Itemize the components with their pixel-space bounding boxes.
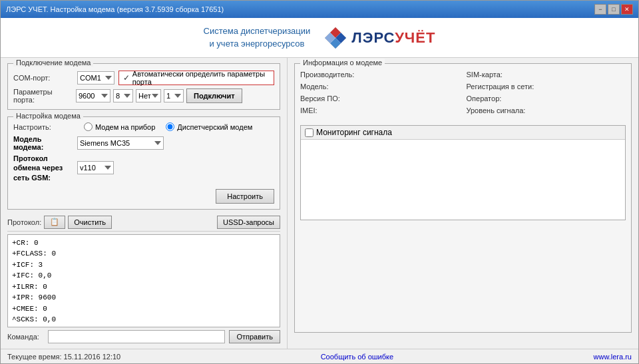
copy-icon: 📋 <box>50 218 59 226</box>
logo: ЛЭРСУЧЁТ <box>323 26 435 50</box>
stop-bits-select[interactable]: 1 2 <box>164 89 184 102</box>
model-label: Модель модема: <box>13 135 73 151</box>
info-grid: Производитель: Модель: Версия ПО: I <box>300 71 626 114</box>
signal-row: Уровень сигнала: <box>467 106 626 114</box>
protocol-label-text: Протокол: <box>7 218 41 226</box>
auto-detect-label: Автоматически определить параметры порта <box>132 70 270 86</box>
app-header: Система диспетчеризации и учета энергоре… <box>1 18 638 58</box>
protocol-select[interactable]: v110 v120 <box>77 161 114 174</box>
parity-select[interactable]: Нет Чёт Нечёт <box>136 89 161 102</box>
fw-label: Версия ПО: <box>300 94 340 102</box>
model-row: Модель модема: Siemens MC35 Huawei E173 <box>13 135 274 151</box>
clear-button[interactable]: Очистить <box>68 216 112 229</box>
monitoring-header: Мониторинг сигнала <box>301 126 625 140</box>
log-line: ^SCKS: 0,0 <box>12 314 276 325</box>
protocol-row: Протокол обмена через сеть GSM: v110 v12… <box>13 154 274 182</box>
radio-device-item: Модем на прибор <box>84 122 155 131</box>
close-button[interactable]: ✕ <box>621 4 633 15</box>
protocol-label: Протокол обмена через сеть GSM: <box>13 154 73 182</box>
radio-device-label: Модем на прибор <box>95 123 155 131</box>
radio-dispatcher[interactable] <box>166 122 174 131</box>
network-row: Регистрация в сети: <box>467 83 626 91</box>
operator-row: Оператор: <box>467 94 626 102</box>
network-label: Регистрация в сети: <box>467 83 534 91</box>
com-port-row: COM-порт: COM1 COM2 COM3 ✓ Автоматически… <box>13 71 274 85</box>
log-line: +ILRR: 0 <box>12 281 276 293</box>
radio-device[interactable] <box>84 122 93 131</box>
command-label: Команда: <box>7 333 44 341</box>
fw-row: Версия ПО: <box>300 94 460 102</box>
log-area: +CR: 0 +FCLASS: 0 +ICF: 3 +IFC: 0,0 +ILR… <box>7 234 280 327</box>
info-col-left: Производитель: Модель: Версия ПО: I <box>300 71 460 114</box>
log-line: +IFC: 0,0 <box>12 270 276 281</box>
datetime-label: Текущее время: <box>7 353 62 361</box>
params-row: Параметры порта: 9600 19200 38400 8 7 Не… <box>13 88 274 104</box>
monitoring-checkbox[interactable] <box>305 128 314 137</box>
baud-rate-select[interactable]: 9600 19200 38400 <box>76 89 110 102</box>
monitoring-label: Мониторинг сигнала <box>316 128 392 137</box>
modem-info-title: Информация о модеме <box>300 59 385 67</box>
manufacturer-row: Производитель: <box>300 71 460 79</box>
log-line: +FCLASS: 0 <box>12 248 276 260</box>
log-line: ^SSET: 0 <box>12 325 276 327</box>
configure-button[interactable]: Настроить <box>216 189 274 204</box>
title-bar: ЛЭРС УЧЕТ. Настройка модема (версия 3.7.… <box>1 1 638 18</box>
connection-group: Подключение модема COM-порт: COM1 COM2 C… <box>7 63 280 110</box>
imei-row: IMEI: <box>300 106 460 114</box>
command-row: Команда: Отправить <box>7 330 280 343</box>
ussd-button[interactable]: USSD-запросы <box>217 216 280 229</box>
protocol-toolbar: Протокол: 📋 Очистить USSD-запросы <box>7 214 280 232</box>
main-window: ЛЭРС УЧЕТ. Настройка модема (версия 3.7.… <box>0 0 639 364</box>
com-port-select[interactable]: COM1 COM2 COM3 <box>77 71 114 85</box>
log-line: +CMEE: 0 <box>12 303 276 315</box>
signal-label: Уровень сигнала: <box>467 106 526 114</box>
model-info-row: Модель: <box>300 83 460 91</box>
datetime-value: 15.11.2016 12:10 <box>64 353 121 361</box>
log-line: +CR: 0 <box>12 238 276 249</box>
right-panel: Информация о модеме Производитель: Модел… <box>287 58 638 349</box>
log-line: +IPR: 9600 <box>12 292 276 303</box>
imei-label: IMEI: <box>300 106 318 114</box>
logo-diamond-icon <box>323 26 347 50</box>
command-input[interactable] <box>48 330 225 343</box>
connection-group-title: Подключение модема <box>13 59 93 67</box>
auto-detect-box: ✓ Автоматически определить параметры пор… <box>118 71 274 85</box>
main-content: Подключение модема COM-порт: COM1 COM2 C… <box>1 58 638 349</box>
configure-label: Настроить: <box>13 123 73 131</box>
protocol-section: Протокол: 📋 Очистить USSD-запросы +CR: 0… <box>7 214 280 343</box>
model-info-label: Модель: <box>300 83 329 91</box>
header-subtitle: Система диспетчеризации и учета энергоре… <box>204 25 311 49</box>
info-col-right: SIM-карта: Регистрация в сети: Оператор: <box>467 71 626 114</box>
footer-datetime: Текущее время: 15.11.2016 12:10 <box>7 353 120 361</box>
manufacturer-label: Производитель: <box>300 71 354 79</box>
sim-row: SIM-карта: <box>467 71 626 79</box>
radio-dispatcher-item: Диспетчерский модем <box>166 122 252 131</box>
modem-info-group: Информация о модеме Производитель: Модел… <box>294 63 632 333</box>
operator-label: Оператор: <box>467 94 502 102</box>
left-panel: Подключение модема COM-порт: COM1 COM2 C… <box>1 58 287 349</box>
params-label: Параметры порта: <box>13 88 73 104</box>
auto-detect-checkbox-icon: ✓ <box>123 73 130 83</box>
sim-label: SIM-карта: <box>467 71 503 79</box>
log-line: +ICF: 3 <box>12 260 276 271</box>
connect-button[interactable]: Подключит <box>186 89 242 103</box>
website-link[interactable]: www.lera.ru <box>594 353 632 361</box>
modem-settings-title: Настройка модема <box>13 112 83 120</box>
radio-dispatcher-label: Диспетчерский модем <box>177 123 252 131</box>
maximize-button[interactable]: □ <box>608 4 620 15</box>
modem-settings-group: Настройка модема Настроить: Модем на при… <box>7 116 280 210</box>
minimize-button[interactable]: − <box>594 4 606 15</box>
monitoring-body <box>301 140 625 220</box>
model-select[interactable]: Siemens MC35 Huawei E173 <box>77 136 164 150</box>
window-controls: − □ ✕ <box>594 4 633 15</box>
monitoring-section: Мониторинг сигнала <box>300 125 626 220</box>
report-error-link[interactable]: Сообщить об ошибке <box>321 353 393 361</box>
configure-row: Настроить: Модем на прибор Диспетчерский… <box>13 122 274 131</box>
copy-button[interactable]: 📋 <box>44 216 65 229</box>
logo-text: ЛЭРСУЧЁТ <box>351 29 435 47</box>
footer: Текущее время: 15.11.2016 12:10 Сообщить… <box>1 349 638 363</box>
window-title: ЛЭРС УЧЕТ. Настройка модема (версия 3.7.… <box>6 5 224 13</box>
send-button[interactable]: Отправить <box>229 330 280 343</box>
com-port-label: COM-порт: <box>13 74 73 82</box>
data-bits-select[interactable]: 8 7 <box>113 89 133 102</box>
